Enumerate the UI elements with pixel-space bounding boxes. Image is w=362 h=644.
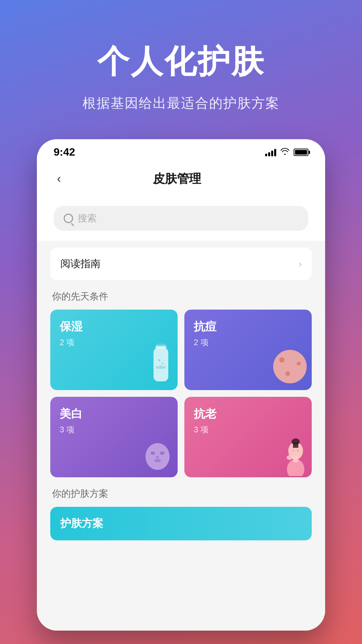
woman-illustration [278,432,308,477]
svg-point-4 [158,359,160,361]
main-title: 个人化护肤 [20,40,342,84]
face-mask-illustration [141,439,174,474]
svg-rect-7 [157,343,165,346]
solution-card-label: 护肤方案 [60,517,103,529]
acne-face-shape [273,350,307,383]
svg-point-5 [162,363,164,365]
svg-rect-2 [154,348,168,381]
water-bottle-illustration: water [147,342,174,387]
status-bar: 9:42 [37,139,325,162]
search-placeholder: 搜索 [78,212,97,225]
search-icon [64,214,73,223]
card-moisturizing[interactable]: 保湿 2 项 water [50,310,178,390]
search-bar[interactable]: 搜索 [54,206,308,231]
svg-point-18 [287,455,293,460]
card-whitening-title: 美白 [60,406,168,422]
guide-label: 阅读指南 [60,257,101,271]
solution-section-title: 你的护肤方案 [50,487,312,500]
svg-point-19 [292,450,294,452]
wifi-icon [280,148,290,157]
svg-rect-17 [293,442,298,448]
svg-point-10 [160,451,165,455]
svg-point-6 [160,365,161,367]
status-time: 9:42 [54,146,75,158]
content-area: 阅读指南 › 你的先天条件 保湿 2 项 water [37,241,325,631]
card-acne-count: 2 项 [194,337,302,348]
nav-bar: ‹ 皮肤管理 [37,162,325,199]
nav-title: 皮肤管理 [64,171,290,187]
signal-icon [265,148,276,156]
svg-point-9 [150,451,155,455]
card-acne[interactable]: 抗痘 2 项 [184,310,312,390]
cards-grid: 保湿 2 项 water [50,310,312,477]
card-antiaging-title: 抗老 [194,406,302,422]
svg-point-12 [156,456,159,459]
acne-face-illustration [273,350,307,383]
innate-section-title: 你的先天条件 [50,290,312,303]
card-whitening[interactable]: 美白 3 项 [50,397,178,477]
chevron-right-icon: › [299,259,302,269]
svg-point-11 [154,459,161,462]
sub-title: 根据基因给出最适合的护肤方案 [20,94,342,112]
phone-frame: 9:42 ‹ 皮肤管理 [37,139,325,631]
status-icons [265,148,308,157]
header-section: 个人化护肤 根据基因给出最适合的护肤方案 [0,0,362,139]
svg-point-20 [297,450,299,452]
battery-icon [294,149,308,156]
back-button[interactable]: ‹ [54,168,64,189]
card-whitening-count: 3 项 [60,424,168,435]
search-container: 搜索 [37,199,325,241]
solution-card[interactable]: 护肤方案 [50,507,312,540]
card-moisturizing-title: 保湿 [60,319,168,334]
guide-section[interactable]: 阅读指南 › [50,248,312,280]
card-antiaging[interactable]: 抗老 3 项 [184,397,312,477]
solution-section: 你的护肤方案 护肤方案 [50,487,312,540]
card-acne-title: 抗痘 [194,319,302,334]
